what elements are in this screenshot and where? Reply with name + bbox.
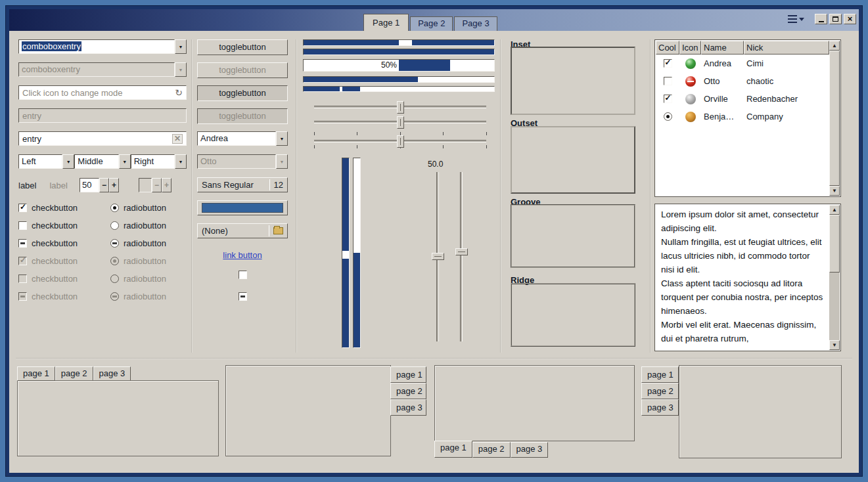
pane-separator-horizontal[interactable] bbox=[16, 358, 852, 359]
textview[interactable]: Lorem ipsum dolor sit amet, consectetur … bbox=[654, 204, 841, 351]
titlebar[interactable]: Page 1 Page 2 Page 3 × bbox=[9, 9, 859, 31]
chevron-down-icon[interactable]: ▼ bbox=[276, 131, 288, 146]
column-header-icon[interactable]: Icon bbox=[679, 41, 701, 55]
green-ball-icon bbox=[685, 58, 696, 69]
scroll-up-icon[interactable]: ▲ bbox=[829, 205, 840, 215]
close-button[interactable]: × bbox=[844, 14, 856, 24]
cell-name: Andrea bbox=[701, 58, 744, 68]
table-row[interactable]: Otto chaotic bbox=[656, 72, 829, 90]
spin-value[interactable]: 50 bbox=[80, 178, 99, 192]
close-icon: × bbox=[848, 15, 853, 23]
togglebutton-active[interactable]: togglebutton bbox=[197, 85, 288, 101]
vscale-trough[interactable] bbox=[460, 172, 463, 341]
checkbox-mixed[interactable] bbox=[239, 292, 247, 301]
pane-separator[interactable] bbox=[500, 39, 501, 353]
text-scrollbar[interactable]: ▲ ▼ bbox=[829, 205, 840, 350]
icon-entry[interactable]: Click icon to change mode ↻ bbox=[18, 85, 187, 100]
combobox-left[interactable]: Left ▼ bbox=[18, 154, 74, 169]
combobox-right[interactable]: Right ▼ bbox=[131, 154, 187, 169]
togglebutton-normal[interactable]: togglebutton bbox=[197, 39, 288, 55]
spin-minus-button[interactable]: − bbox=[99, 178, 109, 192]
nb-tab[interactable]: page 3 bbox=[390, 399, 426, 416]
window-menu-icon[interactable] bbox=[788, 14, 805, 24]
chevron-down-icon: ▼ bbox=[276, 154, 288, 169]
radiobutton-mixed[interactable] bbox=[110, 239, 119, 248]
hscale-handle[interactable] bbox=[397, 135, 404, 148]
nb-tab[interactable]: page 1 bbox=[641, 366, 679, 383]
frames-panel: Inset Outset Groove Ridge bbox=[506, 39, 647, 349]
nb-tab[interactable]: page 2 bbox=[472, 442, 511, 458]
combobox[interactable]: Andrea ▼ bbox=[197, 131, 288, 146]
change-mode-icon[interactable]: ↻ bbox=[175, 88, 183, 97]
row-checkbox-checked[interactable] bbox=[664, 59, 672, 68]
font-button[interactable]: Sans Regular 12 bbox=[197, 177, 288, 192]
progressbar-segmented bbox=[303, 86, 495, 92]
color-button[interactable] bbox=[197, 200, 288, 215]
column-header-cool[interactable]: Cool bbox=[656, 41, 679, 55]
pane-separator[interactable] bbox=[296, 39, 297, 353]
chevron-down-icon[interactable]: ▼ bbox=[119, 154, 131, 169]
checkbutton-mixed[interactable] bbox=[18, 239, 27, 248]
checkbutton-unchecked-disabled bbox=[18, 274, 27, 283]
nb-tab[interactable]: page 3 bbox=[641, 399, 679, 416]
combobox-middle[interactable]: Middle ▼ bbox=[74, 154, 130, 169]
nb-tab[interactable]: page 1 bbox=[17, 366, 55, 381]
app-window: Page 1 Page 2 Page 3 × comboboxentry ▼ bbox=[5, 5, 863, 477]
row-checkbox-unchecked[interactable] bbox=[664, 77, 672, 85]
vscale-handle[interactable] bbox=[432, 253, 444, 260]
radiobutton-unselected[interactable] bbox=[110, 221, 119, 230]
link-button[interactable]: link button bbox=[197, 250, 288, 260]
tab-page-3[interactable]: Page 3 bbox=[454, 16, 497, 31]
tab-page-1[interactable]: Page 1 bbox=[363, 14, 409, 31]
page-tabstrip: Page 1 Page 2 Page 3 bbox=[363, 14, 499, 31]
column-header-name[interactable]: Name bbox=[701, 41, 744, 55]
scrollbar-thumb[interactable] bbox=[829, 215, 840, 273]
nb-tab[interactable]: page 3 bbox=[93, 366, 131, 381]
togglebutton-disabled: togglebutton bbox=[197, 62, 288, 78]
nb-tab[interactable]: page 2 bbox=[55, 366, 93, 381]
spin-plus-button[interactable]: + bbox=[109, 178, 119, 192]
row-radio-selected[interactable] bbox=[664, 112, 672, 121]
ranges-panel: 50% 50.0 bbox=[303, 39, 495, 349]
scrollbar-thumb[interactable] bbox=[829, 51, 840, 186]
hscale-handle[interactable] bbox=[397, 116, 404, 129]
list-text-panel: Cool Icon Name Nick Andrea Cimi bbox=[654, 39, 841, 355]
nb-tab[interactable]: page 3 bbox=[511, 442, 549, 458]
pane-separator[interactable] bbox=[650, 39, 651, 353]
scroll-down-icon[interactable]: ▼ bbox=[829, 340, 840, 350]
column-header-nick[interactable]: Nick bbox=[744, 41, 829, 55]
spinbutton[interactable]: 50 − + bbox=[80, 178, 119, 192]
tree-scrollbar[interactable]: ▲ ▼ bbox=[829, 41, 840, 196]
nb-tab[interactable]: page 2 bbox=[641, 383, 679, 399]
checkbutton-unchecked[interactable] bbox=[18, 221, 27, 230]
pane-separator[interactable] bbox=[191, 39, 193, 353]
checkbutton-checked[interactable] bbox=[18, 204, 27, 212]
radiobutton-selected[interactable] bbox=[110, 204, 119, 212]
maximize-button[interactable] bbox=[829, 14, 842, 24]
chevron-down-icon[interactable]: ▼ bbox=[175, 154, 187, 169]
scroll-down-icon[interactable]: ▼ bbox=[829, 186, 840, 196]
nb-tab[interactable]: page 1 bbox=[390, 366, 426, 383]
vscale-handle[interactable] bbox=[455, 248, 468, 255]
checkbox-unchecked[interactable] bbox=[239, 271, 247, 279]
table-row[interactable]: Orville Redenbacher bbox=[656, 90, 829, 108]
table-row[interactable]: Andrea Cimi bbox=[656, 55, 829, 72]
file-chooser-button[interactable]: (None) bbox=[197, 223, 288, 238]
comboboxentry[interactable]: comboboxentry ▼ bbox=[18, 39, 187, 54]
vertical-progressbar-activity bbox=[342, 158, 350, 348]
hscale-handle[interactable] bbox=[397, 101, 404, 114]
clear-icon[interactable]: ✕ bbox=[172, 134, 183, 144]
table-row[interactable]: Benja… Company bbox=[656, 108, 829, 125]
cell-name: Benja… bbox=[701, 112, 744, 121]
clearable-entry[interactable]: entry ✕ bbox=[18, 131, 187, 146]
scroll-up-icon[interactable]: ▲ bbox=[829, 41, 840, 51]
minimize-button[interactable] bbox=[815, 14, 827, 24]
row-checkbox-checked[interactable] bbox=[664, 95, 672, 103]
nb-tab[interactable]: page 1 bbox=[434, 441, 472, 458]
checkbutton-mixed-disabled bbox=[18, 292, 27, 301]
comboboxentry-arrow[interactable]: ▼ bbox=[175, 39, 187, 54]
chevron-down-icon[interactable]: ▼ bbox=[62, 154, 74, 169]
tab-page-2[interactable]: Page 2 bbox=[410, 16, 453, 31]
nb-tab[interactable]: page 2 bbox=[390, 383, 426, 399]
comboboxentry-input[interactable]: comboboxentry bbox=[18, 39, 175, 54]
